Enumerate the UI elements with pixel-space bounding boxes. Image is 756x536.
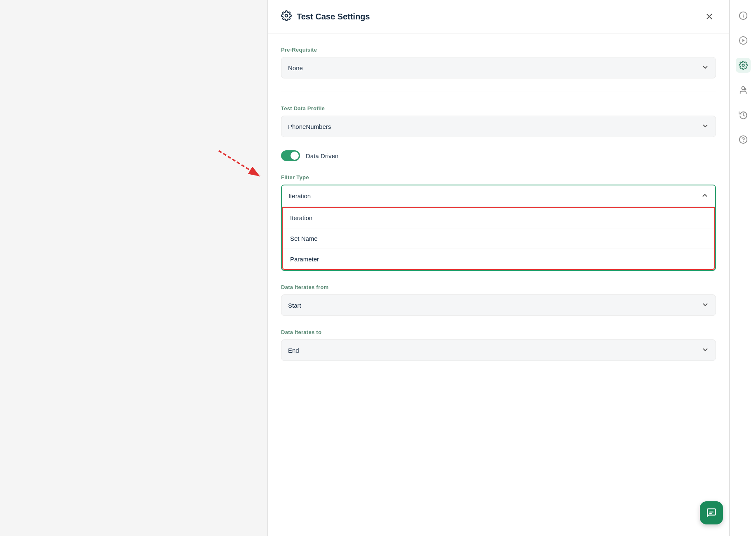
panel-header: Test Case Settings [268, 0, 729, 33]
toggle-knob [291, 152, 299, 160]
test-data-profile-label: Test Data Profile [281, 105, 716, 111]
test-data-profile-select[interactable]: PhoneNumbers [281, 116, 716, 137]
help-icon[interactable] [736, 132, 751, 147]
data-iterates-to-chevron-icon [702, 346, 709, 355]
close-button[interactable] [703, 10, 716, 23]
svg-point-8 [742, 64, 744, 66]
user-icon[interactable] [736, 83, 751, 97]
play-icon[interactable] [736, 33, 751, 48]
divider-1 [281, 92, 716, 92]
chat-button[interactable] [700, 501, 723, 524]
data-iterates-to-select[interactable]: End [281, 339, 716, 361]
svg-rect-16 [709, 513, 712, 514]
filter-type-dropdown: Iteration Iteration Set Name Parameter [281, 185, 716, 271]
svg-marker-7 [742, 39, 745, 42]
history-icon[interactable] [736, 107, 751, 122]
data-iterates-from-value: Start [288, 302, 301, 309]
filter-type-chevron-up-icon [701, 192, 709, 200]
right-sidebar [730, 0, 756, 536]
data-driven-label: Data Driven [306, 152, 338, 159]
prerequisite-chevron-icon [702, 64, 709, 72]
data-iterates-to-label: Data iterates to [281, 329, 716, 335]
data-driven-toggle[interactable] [281, 150, 300, 161]
prerequisite-label: Pre-Requisite [281, 47, 716, 53]
title-group: Test Case Settings [281, 10, 370, 23]
svg-rect-15 [709, 512, 714, 512]
filter-type-section: Filter Type Iteration Iteration Set Name… [281, 174, 716, 271]
filter-type-list: Iteration Set Name Parameter [282, 207, 715, 270]
svg-point-10 [744, 88, 746, 90]
data-iterates-to-value: End [288, 347, 299, 354]
test-data-profile-chevron-icon [702, 122, 709, 131]
settings-gear-sidebar-icon[interactable] [736, 58, 751, 73]
test-data-profile-section: Test Data Profile PhoneNumbers [281, 105, 716, 137]
svg-point-0 [285, 14, 288, 17]
filter-type-trigger[interactable]: Iteration [282, 185, 715, 207]
data-iterates-from-chevron-icon [702, 301, 709, 310]
left-background [0, 0, 267, 536]
data-iterates-from-section: Data iterates from Start [281, 284, 716, 316]
settings-gear-icon [281, 10, 292, 23]
filter-option-iteration[interactable]: Iteration [283, 208, 714, 228]
data-iterates-from-select[interactable]: Start [281, 294, 716, 316]
test-data-profile-value: PhoneNumbers [288, 123, 331, 130]
main-panel: Test Case Settings Pre-Requisite None [267, 0, 730, 536]
filter-type-label: Filter Type [281, 174, 716, 180]
panel-content: Pre-Requisite None Test Data Profile Pho… [268, 33, 729, 387]
prerequisite-select[interactable]: None [281, 57, 716, 78]
prerequisite-value: None [288, 64, 303, 71]
data-driven-row: Data Driven [281, 150, 716, 161]
data-iterates-from-label: Data iterates from [281, 284, 716, 290]
prerequisite-section: Pre-Requisite None [281, 47, 716, 78]
panel-title: Test Case Settings [297, 12, 370, 21]
data-iterates-to-section: Data iterates to End [281, 329, 716, 361]
filter-type-value: Iteration [288, 192, 311, 199]
filter-option-parameter[interactable]: Parameter [283, 249, 714, 269]
info-icon[interactable] [736, 8, 751, 23]
filter-option-set-name[interactable]: Set Name [283, 228, 714, 249]
